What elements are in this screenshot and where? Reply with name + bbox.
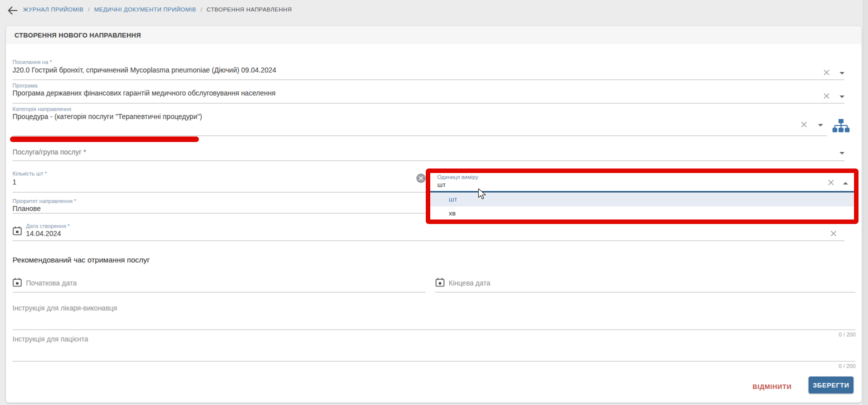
back-arrow-icon[interactable] (6, 4, 18, 16)
priority-label: Пріоритет направлення * (12, 198, 76, 204)
end-date-field[interactable]: Кінцева дата (435, 274, 856, 292)
quantity-input-field[interactable]: Кількість шт * 1 (12, 167, 426, 192)
red-underline-annotation (10, 136, 199, 142)
card-title: СТВОРЕННЯ НОВОГО НАПРАВЛЕННЯ (14, 32, 141, 39)
category-select-field[interactable]: Категорія направлення Процедура - (катег… (12, 104, 827, 136)
unit-value: шт (437, 181, 446, 188)
clear-category-icon[interactable] (800, 120, 808, 128)
calendar-icon[interactable] (12, 278, 22, 289)
quantity-label: Кількість шт * (12, 170, 47, 176)
start-date-field[interactable]: Початкова дата (12, 274, 426, 292)
breadcrumb-separator: / (88, 6, 90, 12)
clear-unit-icon[interactable] (827, 178, 835, 186)
create-referral-card: СТВОРЕННЯ НОВОГО НАПРАВЛЕННЯ Посилання н… (6, 26, 862, 402)
program-label: Програма (12, 82, 37, 88)
chevron-down-icon[interactable] (818, 124, 823, 126)
chevron-down-icon[interactable] (840, 152, 845, 154)
creation-date-label: Дата створення * (26, 223, 69, 229)
program-value: Програма державних фінансових гарантій м… (12, 89, 275, 97)
quantity-value: 1 (12, 178, 16, 186)
priority-value: Планове (12, 204, 41, 212)
doctor-instruction-textarea[interactable]: Інструкція для лікаря-виконавця (12, 301, 856, 330)
patient-instruction-placeholder: Інструкція для пацієнта (12, 335, 88, 343)
top-bar: ЖУРНАЛ ПРИЙОМІВ / МЕДИЧНІ ДОКУМЕНТИ ПРИЙ… (0, 0, 868, 21)
unit-option-khv[interactable]: хв (430, 206, 854, 220)
category-label: Категорія направлення (12, 106, 71, 112)
calendar-icon[interactable] (12, 226, 22, 238)
scrollbar[interactable] (863, 0, 868, 405)
doctor-instruction-placeholder: Інструкція для лікаря-виконавця (12, 304, 117, 312)
breadcrumb: ЖУРНАЛ ПРИЙОМІВ / МЕДИЧНІ ДОКУМЕНТИ ПРИЙ… (23, 6, 292, 12)
breadcrumb-link-medical-documents[interactable]: МЕДИЧНІ ДОКУМЕНТИ ПРИЙОМІВ (94, 6, 196, 12)
clear-reference-icon[interactable] (823, 68, 831, 76)
unit-option-sht[interactable]: шт (430, 192, 854, 206)
service-select-field[interactable]: Послуга/група послуг * (12, 142, 845, 161)
patient-instruction-counter: 0 / 200 (796, 363, 856, 369)
breadcrumb-link-journal[interactable]: ЖУРНАЛ ПРИЙОМІВ (23, 6, 83, 12)
service-placeholder: Послуга/група послуг * (12, 148, 86, 156)
save-button[interactable]: ЗБЕРЕГТИ (809, 376, 854, 394)
program-select-field[interactable]: Програма Програма державних фінансових г… (12, 80, 845, 104)
chevron-up-icon[interactable] (843, 182, 848, 184)
clear-quantity-button[interactable] (416, 174, 426, 183)
recommended-time-heading: Рекомендований час отримання послуг (12, 256, 150, 264)
clear-creation-date-icon[interactable] (830, 230, 838, 238)
start-date-placeholder: Початкова дата (26, 279, 76, 287)
unit-label: Одиниця виміру (437, 174, 478, 180)
breadcrumb-separator: / (200, 6, 202, 12)
cancel-button[interactable]: ВІДМІНИТИ (746, 380, 799, 394)
category-value: Процедура - (категорія послуги "Терапевт… (12, 112, 202, 120)
reference-label: Посилання на * (12, 59, 52, 65)
chevron-down-icon[interactable] (840, 96, 845, 98)
reference-value: J20.0 Гострий бронхіт, спричинений Mycop… (12, 66, 276, 74)
card-header: СТВОРЕННЯ НОВОГО НАПРАВЛЕННЯ (6, 26, 862, 44)
clear-program-icon[interactable] (823, 92, 831, 100)
patient-instruction-textarea[interactable]: Інструкція для пацієнта (12, 332, 856, 362)
reference-select-field[interactable]: Посилання на * J20.0 Гострий бронхіт, сп… (12, 56, 845, 80)
annotation-box: Одиниця виміру шт шт хв (426, 168, 859, 224)
end-date-placeholder: Кінцева дата (449, 279, 490, 287)
creation-date-value: 14.04.2024 (26, 230, 61, 238)
chevron-down-icon[interactable] (840, 72, 845, 74)
breadcrumb-current: СТВОРЕННЯ НАПРАВЛЕННЯ (207, 6, 292, 12)
calendar-icon[interactable] (435, 278, 445, 289)
unit-select-field[interactable]: Одиниця виміру шт (430, 173, 854, 192)
category-tree-icon[interactable] (833, 119, 850, 135)
creation-date-field[interactable]: Дата створення * 14.04.2024 (12, 222, 845, 241)
page: ЖУРНАЛ ПРИЙОМІВ / МЕДИЧНІ ДОКУМЕНТИ ПРИЙ… (0, 0, 868, 405)
